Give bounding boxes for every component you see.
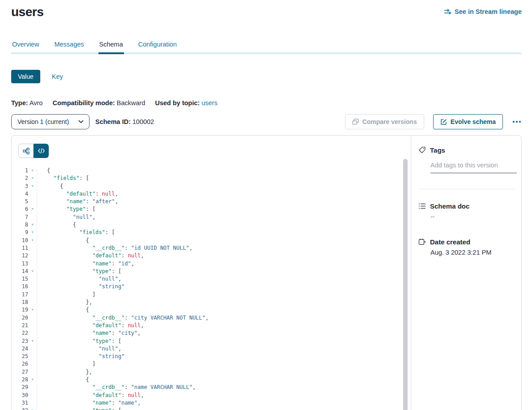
tab-configuration[interactable]: Configuration — [137, 41, 178, 54]
evolve-schema-label: Evolve schema — [451, 118, 496, 125]
tab-overview[interactable]: Overview — [11, 41, 40, 54]
topic-link[interactable]: users — [201, 99, 217, 107]
sidebar-divider — [418, 189, 514, 189]
fold-gutter — [28, 275, 37, 283]
line-number: 6 — [12, 205, 28, 213]
code-text: "name": "name", — [37, 399, 141, 407]
type-value: Avro — [30, 99, 43, 107]
editor-scrollbar[interactable] — [403, 159, 408, 410]
fold-toggle-icon[interactable]: ▼ — [28, 183, 37, 190]
compare-versions-label: Compare versions — [362, 118, 417, 125]
page-title: users — [11, 4, 43, 20]
date-created-header: Date created — [418, 238, 515, 246]
tree-view-icon — [23, 148, 30, 154]
fold-toggle-icon[interactable]: ▼ — [28, 205, 37, 213]
code-text: "name": "after", — [37, 198, 118, 205]
line-number: 3 — [12, 183, 28, 190]
line-number: 15 — [12, 275, 28, 283]
code-text: "__crdb__": "id UUID NOT NULL", — [37, 244, 192, 252]
compatibility-value: Backward — [117, 99, 145, 107]
line-number: 31 — [12, 399, 28, 407]
add-tags-input[interactable] — [430, 162, 517, 173]
schema-editor: 1▼{2▼ "fields": [3▼ {4 "default": null,5… — [12, 136, 411, 410]
code-line: 27 }, — [12, 368, 411, 376]
tree-view-button[interactable] — [18, 144, 34, 158]
code-line: 4 "default": null, — [12, 190, 411, 198]
fold-gutter — [28, 368, 37, 376]
code-text: { — [37, 167, 50, 175]
line-number: 32 — [12, 407, 28, 410]
fold-gutter — [28, 353, 37, 360]
line-number: 10 — [12, 237, 28, 244]
tags-header: Tags — [418, 146, 515, 154]
compatibility-field: Compatibility mode: Backward — [52, 99, 145, 107]
code-line: 5 "name": "after", — [12, 198, 411, 205]
value-toggle-button[interactable]: Value — [11, 70, 40, 83]
code-text: { — [37, 376, 89, 384]
code-text: "type": [ — [37, 337, 121, 345]
code-text: "null", — [37, 345, 121, 353]
fold-gutter — [28, 214, 37, 221]
tab-schema[interactable]: Schema — [98, 41, 124, 54]
fold-toggle-icon[interactable]: ▼ — [28, 229, 37, 236]
code-line: 18 }, — [12, 299, 411, 306]
code-text: "null", — [37, 214, 95, 221]
fold-gutter — [28, 190, 37, 198]
line-number: 23 — [12, 337, 28, 345]
type-label: Type: — [11, 99, 28, 107]
fold-toggle-icon[interactable]: ▼ — [28, 268, 37, 275]
stream-lineage-icon — [444, 9, 451, 15]
fold-gutter — [28, 360, 37, 368]
compare-versions-button[interactable]: Compare versions — [345, 114, 424, 129]
stream-lineage-link[interactable]: See in Stream lineage — [444, 4, 522, 15]
fold-toggle-icon[interactable]: ▼ — [28, 337, 37, 345]
schema-doc-title: Schema doc — [430, 202, 469, 210]
code-line: 2▼ "fields": [ — [12, 175, 411, 182]
line-number: 11 — [12, 244, 28, 252]
code-line: 30 "default": null, — [12, 392, 411, 399]
code-text: "null", — [37, 275, 121, 283]
code-text: "name": "city", — [37, 329, 141, 337]
schema-id-value: 100002 — [132, 118, 154, 125]
more-options-icon[interactable] — [512, 119, 522, 124]
fold-toggle-icon[interactable]: ▼ — [28, 237, 37, 244]
fold-gutter — [28, 384, 37, 391]
code-line: 19▼ { — [12, 306, 411, 314]
fold-toggle-icon[interactable]: ▼ — [28, 306, 37, 314]
fold-toggle-icon[interactable]: ▼ — [28, 376, 37, 384]
version-toolbar: Version 1 (current) Schema ID: 100002 Co… — [11, 114, 522, 129]
schema-id-label: Schema ID: — [95, 118, 131, 125]
fold-gutter — [28, 252, 37, 260]
code-text: { — [37, 237, 89, 244]
fold-toggle-icon[interactable]: ▼ — [28, 221, 37, 229]
line-number: 1 — [12, 167, 28, 175]
tab-messages[interactable]: Messages — [53, 41, 85, 54]
schema-page: users See in Stream lineage Overview Mes… — [0, 0, 532, 410]
version-select[interactable]: Version 1 (current) — [11, 114, 89, 129]
schema-doc-header: Schema doc — [418, 202, 515, 210]
line-number: 24 — [12, 345, 28, 353]
evolve-schema-button[interactable]: Evolve schema — [433, 114, 503, 129]
toolbar-actions: Compare versions Evolve schema — [345, 114, 522, 129]
code-line: 13 "name": "id", — [12, 260, 411, 268]
tags-title: Tags — [430, 146, 445, 154]
line-number: 13 — [12, 260, 28, 268]
line-number: 19 — [12, 306, 28, 314]
fold-toggle-icon[interactable]: ▼ — [28, 167, 37, 175]
schema-id-field: Schema ID: 100002 — [95, 118, 154, 125]
fold-toggle-icon[interactable]: ▼ — [28, 407, 37, 410]
code-line: 11 "__crdb__": "id UUID NOT NULL", — [12, 244, 411, 252]
used-by-topic-field: Used by topic: users — [155, 99, 217, 107]
code-line: 17 ] — [12, 291, 411, 299]
fold-gutter — [28, 198, 37, 205]
line-number: 8 — [12, 221, 28, 229]
fold-toggle-icon[interactable]: ▼ — [28, 175, 37, 182]
schema-code-view[interactable]: 1▼{2▼ "fields": [3▼ {4 "default": null,5… — [12, 167, 411, 410]
value-key-toggle: Value Key — [11, 70, 522, 83]
key-toggle-link[interactable]: Key — [52, 73, 63, 80]
code-view-button[interactable] — [34, 144, 49, 158]
code-text: "string" — [37, 283, 124, 290]
fold-gutter — [28, 399, 37, 407]
code-text: "name": "id", — [37, 260, 134, 268]
code-line: 22 "name": "city", — [12, 329, 411, 337]
